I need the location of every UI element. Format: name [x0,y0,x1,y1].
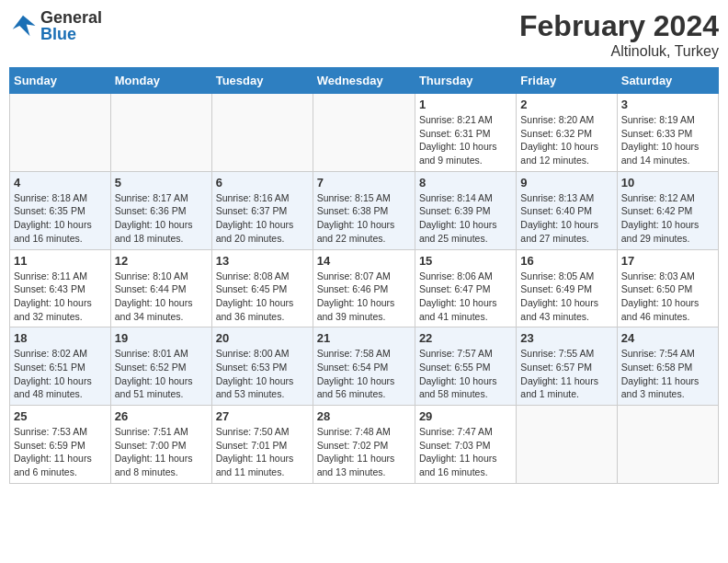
calendar-cell: 20Sunrise: 8:00 AM Sunset: 6:53 PM Dayli… [211,327,313,406]
calendar-cell [211,94,313,172]
calendar-cell: 2Sunrise: 8:20 AM Sunset: 6:32 PM Daylig… [517,94,617,172]
day-info: Sunrise: 7:55 AM Sunset: 6:57 PM Dayligh… [520,347,612,401]
calendar-title: February 2024 [519,9,719,43]
day-info: Sunrise: 8:00 AM Sunset: 6:53 PM Dayligh… [216,347,309,401]
day-info: Sunrise: 7:47 AM Sunset: 7:03 PM Dayligh… [419,425,512,479]
calendar-cell: 21Sunrise: 7:58 AM Sunset: 6:54 PM Dayli… [313,327,415,406]
calendar-cell: 8Sunrise: 8:14 AM Sunset: 6:39 PM Daylig… [415,171,516,249]
day-number: 5 [115,176,208,190]
calendar-header-wednesday: Wednesday [313,68,415,94]
calendar-cell: 7Sunrise: 8:15 AM Sunset: 6:38 PM Daylig… [313,171,415,249]
day-number: 14 [317,254,411,268]
day-number: 6 [216,176,309,190]
calendar-cell: 26Sunrise: 7:51 AM Sunset: 7:00 PM Dayli… [110,406,211,484]
day-info: Sunrise: 8:01 AM Sunset: 6:52 PM Dayligh… [115,347,208,401]
logo-text: General Blue [40,9,102,42]
calendar-cell [617,406,718,484]
calendar-cell [517,406,617,484]
calendar-header-row: SundayMondayTuesdayWednesdayThursdayFrid… [10,68,719,94]
calendar-cell: 15Sunrise: 8:06 AM Sunset: 6:47 PM Dayli… [415,249,516,327]
calendar-cell: 10Sunrise: 8:12 AM Sunset: 6:42 PM Dayli… [617,171,718,249]
day-number: 24 [621,331,714,345]
day-number: 29 [419,409,512,423]
calendar-header-friday: Friday [517,68,617,94]
day-number: 4 [14,176,107,190]
calendar-header-tuesday: Tuesday [211,68,313,94]
calendar-header-sunday: Sunday [10,68,111,94]
title-block: February 2024 Altinoluk, Turkey [519,9,719,60]
calendar-cell: 3Sunrise: 8:19 AM Sunset: 6:33 PM Daylig… [617,94,718,172]
day-number: 28 [317,409,411,423]
calendar-cell: 4Sunrise: 8:18 AM Sunset: 6:35 PM Daylig… [10,171,111,249]
day-info: Sunrise: 8:10 AM Sunset: 6:44 PM Dayligh… [115,270,208,324]
calendar-cell: 18Sunrise: 8:02 AM Sunset: 6:51 PM Dayli… [10,327,111,406]
day-number: 11 [14,254,107,268]
calendar-cell: 25Sunrise: 7:53 AM Sunset: 6:59 PM Dayli… [10,406,111,484]
day-number: 10 [621,176,714,190]
day-number: 17 [621,254,714,268]
day-number: 18 [14,331,107,345]
day-info: Sunrise: 8:14 AM Sunset: 6:39 PM Dayligh… [419,191,512,246]
logo-general: General [40,9,102,26]
day-info: Sunrise: 8:06 AM Sunset: 6:47 PM Dayligh… [419,270,512,324]
day-number: 21 [317,331,411,345]
day-info: Sunrise: 7:48 AM Sunset: 7:02 PM Dayligh… [317,425,411,479]
day-number: 8 [419,176,512,190]
day-info: Sunrise: 8:21 AM Sunset: 6:31 PM Dayligh… [419,113,512,167]
calendar-cell: 9Sunrise: 8:13 AM Sunset: 6:40 PM Daylig… [517,171,617,249]
calendar-header-thursday: Thursday [415,68,516,94]
day-number: 19 [115,331,208,345]
day-info: Sunrise: 7:50 AM Sunset: 7:01 PM Dayligh… [216,425,309,479]
calendar-cell [313,94,415,172]
logo-blue: Blue [40,26,102,42]
day-info: Sunrise: 8:11 AM Sunset: 6:43 PM Dayligh… [14,270,107,324]
day-number: 2 [520,98,612,111]
calendar-cell: 28Sunrise: 7:48 AM Sunset: 7:02 PM Dayli… [313,406,415,484]
day-info: Sunrise: 8:13 AM Sunset: 6:40 PM Dayligh… [520,191,612,246]
day-number: 23 [520,331,612,345]
calendar-cell: 14Sunrise: 8:07 AM Sunset: 6:46 PM Dayli… [313,249,415,327]
day-info: Sunrise: 8:12 AM Sunset: 6:42 PM Dayligh… [621,191,714,246]
calendar-week-3: 11Sunrise: 8:11 AM Sunset: 6:43 PM Dayli… [10,249,719,327]
calendar-cell: 5Sunrise: 8:17 AM Sunset: 6:36 PM Daylig… [110,171,211,249]
calendar-week-5: 25Sunrise: 7:53 AM Sunset: 6:59 PM Dayli… [10,406,719,484]
calendar-header-saturday: Saturday [617,68,718,94]
calendar-cell: 1Sunrise: 8:21 AM Sunset: 6:31 PM Daylig… [415,94,516,172]
calendar-cell: 19Sunrise: 8:01 AM Sunset: 6:52 PM Dayli… [110,327,211,406]
day-info: Sunrise: 8:07 AM Sunset: 6:46 PM Dayligh… [317,270,411,324]
day-number: 13 [216,254,309,268]
day-info: Sunrise: 8:19 AM Sunset: 6:33 PM Dayligh… [621,113,714,167]
calendar-week-4: 18Sunrise: 8:02 AM Sunset: 6:51 PM Dayli… [10,327,719,406]
calendar-cell: 29Sunrise: 7:47 AM Sunset: 7:03 PM Dayli… [415,406,516,484]
day-number: 22 [419,331,512,345]
logo-icon [9,12,37,40]
calendar-cell: 12Sunrise: 8:10 AM Sunset: 6:44 PM Dayli… [110,249,211,327]
calendar-cell: 11Sunrise: 8:11 AM Sunset: 6:43 PM Dayli… [10,249,111,327]
day-info: Sunrise: 7:51 AM Sunset: 7:00 PM Dayligh… [115,425,208,479]
day-info: Sunrise: 7:54 AM Sunset: 6:58 PM Dayligh… [621,347,714,401]
day-number: 26 [115,409,208,423]
day-number: 16 [520,254,612,268]
day-info: Sunrise: 7:57 AM Sunset: 6:55 PM Dayligh… [419,347,512,401]
day-info: Sunrise: 8:15 AM Sunset: 6:38 PM Dayligh… [317,191,411,246]
calendar-cell: 13Sunrise: 8:08 AM Sunset: 6:45 PM Dayli… [211,249,313,327]
calendar-cell [110,94,211,172]
day-info: Sunrise: 8:02 AM Sunset: 6:51 PM Dayligh… [14,347,107,401]
day-info: Sunrise: 7:53 AM Sunset: 6:59 PM Dayligh… [14,425,107,479]
page-header: General Blue February 2024 Altinoluk, Tu… [9,9,719,60]
calendar-table: SundayMondayTuesdayWednesdayThursdayFrid… [9,67,719,484]
day-info: Sunrise: 8:20 AM Sunset: 6:32 PM Dayligh… [520,113,612,167]
calendar-header-monday: Monday [110,68,211,94]
calendar-cell: 22Sunrise: 7:57 AM Sunset: 6:55 PM Dayli… [415,327,516,406]
day-number: 9 [520,176,612,190]
calendar-cell: 24Sunrise: 7:54 AM Sunset: 6:58 PM Dayli… [617,327,718,406]
day-number: 20 [216,331,309,345]
calendar-cell [10,94,111,172]
logo: General Blue [9,9,102,42]
day-info: Sunrise: 8:16 AM Sunset: 6:37 PM Dayligh… [216,191,309,246]
calendar-week-2: 4Sunrise: 8:18 AM Sunset: 6:35 PM Daylig… [10,171,719,249]
day-number: 3 [621,98,714,111]
day-number: 25 [14,409,107,423]
day-number: 15 [419,254,512,268]
day-number: 27 [216,409,309,423]
